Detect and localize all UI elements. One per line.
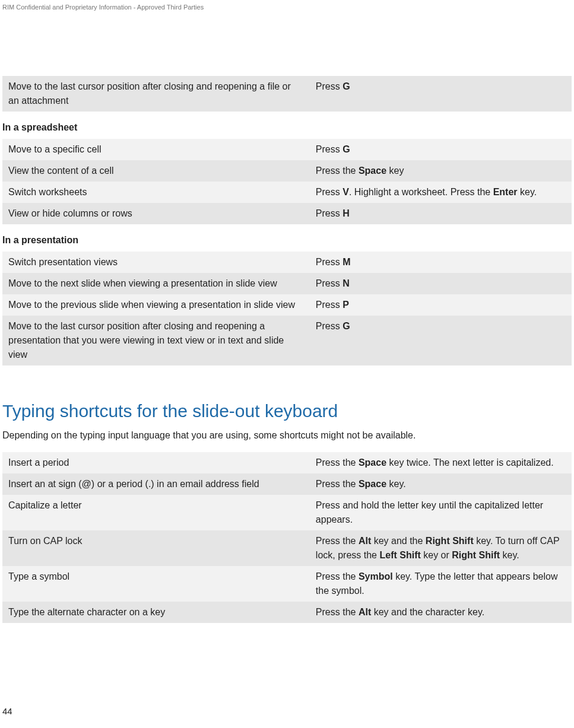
shortcut-desc: Switch presentation views	[2, 252, 310, 273]
shortcut-action: Press the Space key.	[310, 473, 572, 495]
action-text: Press	[316, 144, 343, 154]
action-key: M	[343, 257, 350, 267]
shortcut-desc: Move to a specific cell	[2, 139, 310, 160]
action-key: Space	[359, 457, 386, 468]
action-text: Press	[316, 300, 343, 310]
shortcut-action: Press and hold the letter key until the …	[310, 495, 572, 530]
action-text: key.	[386, 479, 406, 489]
intro-text: Depending on the typing input language t…	[2, 428, 572, 443]
shortcut-desc: Move to the last cursor position after c…	[2, 316, 310, 365]
shortcut-action: Press V. Highlight a worksheet. Press th…	[310, 182, 572, 203]
action-key: Alt	[359, 536, 371, 546]
shortcut-table-typing: Insert a period Press the Space key twic…	[2, 452, 572, 623]
table-row: Insert a period Press the Space key twic…	[2, 452, 572, 473]
table-row: Move to the previous slide when viewing …	[2, 294, 572, 316]
action-text: key.	[500, 550, 519, 560]
action-text: Press and hold the letter key until the …	[316, 500, 543, 524]
action-text: Press the	[316, 571, 359, 581]
table-row: Type a symbol Press the Symbol key. Type…	[2, 566, 572, 602]
shortcut-action: Press the Symbol key. Type the letter th…	[310, 566, 572, 602]
shortcut-action: Press N	[310, 273, 572, 294]
shortcut-desc: Move to the previous slide when viewing …	[2, 294, 310, 316]
table-row: Switch presentation views Press M	[2, 252, 572, 273]
action-text: Press	[316, 208, 343, 218]
shortcut-table-presentation: Switch presentation views Press M Move t…	[2, 252, 572, 365]
action-text: key or	[421, 550, 452, 560]
shortcut-desc: Capitalize a letter	[2, 495, 310, 530]
section-heading-spreadsheet: In a spreadsheet	[2, 122, 572, 133]
section-heading-presentation: In a presentation	[2, 235, 572, 246]
action-text: Press	[316, 278, 343, 288]
action-key: Right Shift	[452, 550, 500, 560]
shortcut-desc: Switch worksheets	[2, 182, 310, 203]
action-text: key.	[518, 187, 537, 197]
shortcut-desc: View the content of a cell	[2, 160, 310, 182]
table-row: Capitalize a letter Press and hold the l…	[2, 495, 572, 530]
shortcut-table-spreadsheet: Move to a specific cell Press G View the…	[2, 139, 572, 224]
shortcut-action: Press P	[310, 294, 572, 316]
table-row: View the content of a cell Press the Spa…	[2, 160, 572, 182]
page-number: 44	[0, 706, 574, 723]
action-text: Press	[316, 81, 343, 91]
table-row: Move to a specific cell Press G	[2, 139, 572, 160]
shortcut-desc: Type a symbol	[2, 566, 310, 602]
shortcut-action: Press the Alt key and the Right Shift ke…	[310, 530, 572, 566]
action-text: . Highlight a worksheet. Press the	[349, 187, 493, 197]
action-key: H	[343, 208, 350, 218]
shortcut-desc: Insert an at sign (@) or a period (.) in…	[2, 473, 310, 495]
action-text: key and the character key.	[371, 607, 484, 617]
action-key: G	[343, 321, 350, 331]
table-row: View or hide columns or rows Press H	[2, 203, 572, 224]
action-key: Alt	[359, 607, 371, 617]
action-text: Press the	[316, 607, 359, 617]
action-key: V	[343, 187, 349, 197]
shortcut-action: Press the Space key	[310, 160, 572, 182]
action-text: key	[386, 166, 404, 176]
action-key: Symbol	[359, 571, 393, 581]
shortcut-action: Press G	[310, 76, 572, 112]
action-key: G	[343, 81, 350, 91]
table-row: Turn on CAP lock Press the Alt key and t…	[2, 530, 572, 566]
action-text: Press the	[316, 479, 359, 489]
action-text: Press	[316, 187, 343, 197]
table-row: Switch worksheets Press V. Highlight a w…	[2, 182, 572, 203]
action-text: Press	[316, 257, 343, 267]
page-title: Typing shortcuts for the slide-out keybo…	[2, 401, 572, 421]
shortcut-action: Press G	[310, 316, 572, 365]
action-key: Space	[359, 479, 386, 489]
action-key: P	[343, 300, 349, 310]
shortcut-desc: View or hide columns or rows	[2, 203, 310, 224]
shortcut-desc: Turn on CAP lock	[2, 530, 310, 566]
shortcut-desc: Move to the last cursor position after c…	[2, 76, 310, 112]
action-text: Press the	[316, 166, 359, 176]
table-row: Type the alternate character on a key Pr…	[2, 602, 572, 623]
action-key: Right Shift	[426, 536, 474, 546]
shortcut-desc: Insert a period	[2, 452, 310, 473]
action-text: Press the	[316, 457, 359, 468]
shortcut-action: Press the Space key twice. The next lett…	[310, 452, 572, 473]
shortcut-action: Press G	[310, 139, 572, 160]
action-key: N	[343, 278, 350, 288]
action-key: Space	[359, 166, 386, 176]
shortcut-desc: Type the alternate character on a key	[2, 602, 310, 623]
table-row: Move to the next slide when viewing a pr…	[2, 273, 572, 294]
action-text: Press the	[316, 536, 359, 546]
shortcut-desc: Move to the next slide when viewing a pr…	[2, 273, 310, 294]
shortcut-table-top: Move to the last cursor position after c…	[2, 76, 572, 112]
action-text: key twice. The next letter is capitalize…	[386, 457, 554, 468]
action-key: G	[343, 144, 350, 154]
action-text: Press	[316, 321, 343, 331]
shortcut-action: Press the Alt key and the character key.	[310, 602, 572, 623]
table-row: Move to the last cursor position after c…	[2, 316, 572, 365]
table-row: Move to the last cursor position after c…	[2, 76, 572, 112]
page-content: Move to the last cursor position after c…	[0, 11, 574, 623]
confidential-header: RIM Confidential and Proprietary Informa…	[0, 0, 574, 11]
shortcut-action: Press M	[310, 252, 572, 273]
action-key: Enter	[493, 187, 518, 197]
shortcut-action: Press H	[310, 203, 572, 224]
action-text: key and the	[371, 536, 426, 546]
action-key: Left Shift	[379, 550, 420, 560]
table-row: Insert an at sign (@) or a period (.) in…	[2, 473, 572, 495]
